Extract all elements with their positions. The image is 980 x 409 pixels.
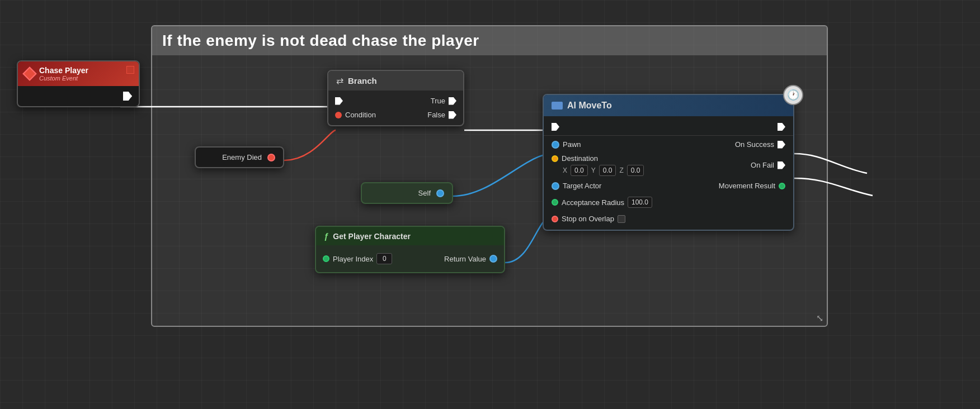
destination-pin[interactable]: [552, 155, 558, 162]
on-fail-label: On Fail: [751, 161, 774, 169]
chase-player-subtitle: Custom Event: [39, 75, 88, 82]
pawn-label: Pawn: [563, 140, 581, 149]
branch-exec-in-pin[interactable]: [335, 97, 343, 105]
player-index-value[interactable]: 0: [376, 253, 392, 264]
comment-title: If the enemy is not dead chase the playe…: [152, 26, 827, 55]
enemy-died-body: Enemy Died: [196, 148, 283, 167]
function-icon: ƒ: [324, 231, 328, 241]
on-success-label: On Success: [735, 140, 774, 149]
self-body: Self: [362, 183, 452, 203]
acceptance-radius-pin[interactable]: [552, 199, 558, 206]
self-node: Self: [361, 182, 453, 204]
event-diamond-icon: [22, 66, 36, 80]
destination-label: Destination: [562, 154, 598, 163]
on-success-pin[interactable]: [778, 141, 785, 149]
player-index-pin[interactable]: [323, 255, 329, 262]
movement-result-label: Movement Result: [719, 182, 775, 190]
get-player-character-header: ƒ Get Player Character: [316, 227, 504, 245]
pawn-pin[interactable]: [552, 141, 559, 149]
z-label: Z: [619, 167, 623, 174]
branch-condition-label: Condition: [345, 111, 376, 119]
get-player-character-node: ƒ Get Player Character Player Index 0 Re…: [315, 226, 505, 273]
clock-icon: 🕐: [783, 85, 803, 105]
get-player-character-body: Player Index 0 Return Value: [316, 245, 504, 272]
destination-xyz: X 0.0 Y 0.0 Z 0.0: [563, 165, 644, 176]
branch-header: ⇄ Branch: [328, 71, 463, 91]
stop-on-overlap-label: Stop on Overlap: [562, 215, 614, 223]
stop-on-overlap-pin[interactable]: [552, 216, 558, 222]
z-value[interactable]: 0.0: [627, 165, 644, 176]
enemy-died-output-pin[interactable]: [267, 154, 275, 161]
chase-player-red-square: [126, 66, 134, 74]
enemy-died-label: Enemy Died: [222, 153, 262, 161]
y-value[interactable]: 0.0: [599, 165, 616, 176]
on-fail-pin[interactable]: [778, 161, 785, 169]
branch-true-pin[interactable]: [449, 97, 456, 105]
target-actor-label: Target Actor: [563, 182, 601, 190]
chase-player-body: [18, 86, 139, 106]
aimoveto-exec-out-pin[interactable]: [778, 123, 785, 131]
stop-on-overlap-checkbox[interactable]: [618, 215, 625, 223]
enemy-died-node: Enemy Died: [195, 146, 284, 168]
x-value[interactable]: 0.0: [571, 165, 588, 176]
aimoveto-icon: [552, 102, 563, 110]
ai-moveto-title: AI MoveTo: [567, 101, 612, 111]
aimoveto-exec-in-pin[interactable]: [552, 123, 559, 131]
movement-result-pin[interactable]: [779, 183, 785, 189]
self-output-pin[interactable]: [436, 189, 444, 197]
branch-false-label: False: [427, 111, 445, 119]
branch-node: ⇄ Branch True Condition False: [327, 70, 464, 126]
ai-moveto-header: AI MoveTo 🕐: [544, 95, 793, 116]
chase-player-header: Chase Player Custom Event: [18, 61, 139, 86]
resize-handle[interactable]: ⤡: [816, 313, 823, 324]
return-value-label: Return Value: [444, 255, 486, 263]
y-label: Y: [591, 167, 596, 174]
branch-title: Branch: [348, 76, 377, 85]
chase-player-node: Chase Player Custom Event: [17, 60, 140, 107]
chase-player-title: Chase Player: [39, 66, 88, 75]
branch-true-label: True: [431, 97, 445, 105]
acceptance-radius-value[interactable]: 100.0: [628, 197, 652, 208]
return-value-pin[interactable]: [489, 255, 497, 263]
self-label: Self: [418, 189, 431, 197]
branch-condition-pin[interactable]: [335, 112, 342, 118]
player-index-label: Player Index: [333, 255, 373, 263]
branch-icon: ⇄: [336, 75, 343, 86]
target-actor-pin[interactable]: [552, 182, 559, 190]
acceptance-radius-label: Acceptance Radius: [562, 198, 624, 207]
x-label: X: [563, 167, 567, 174]
get-player-character-title: Get Player Character: [333, 232, 411, 241]
ai-moveto-node: AI MoveTo 🕐 Pawn On Success Des: [543, 94, 794, 231]
branch-body: True Condition False: [328, 91, 463, 125]
ai-moveto-body: Pawn On Success Destination X 0.0 Y 0.0 …: [544, 116, 793, 230]
chase-player-exec-out-pin[interactable]: [123, 92, 132, 101]
branch-false-pin[interactable]: [449, 111, 456, 119]
